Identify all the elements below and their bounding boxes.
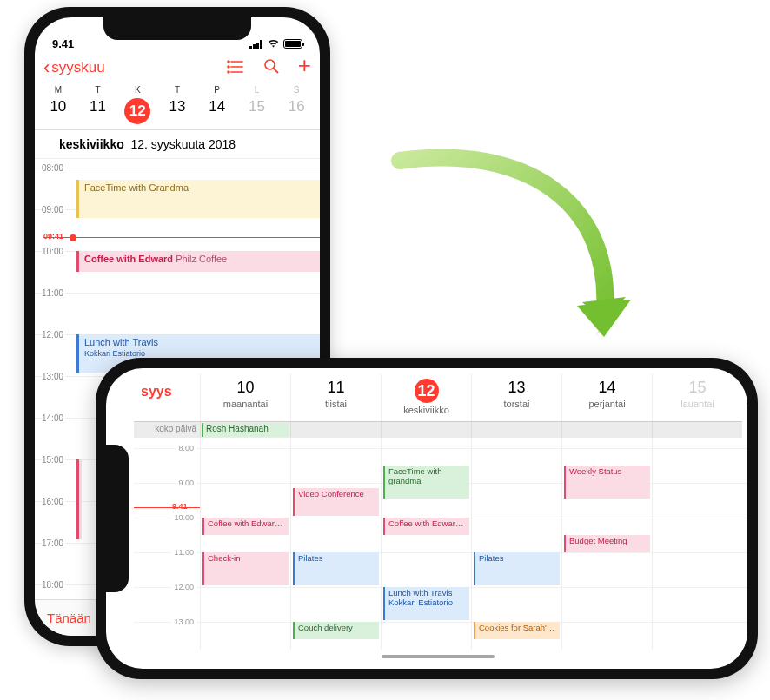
signal-icon (249, 40, 263, 49)
week-grid[interactable]: 8.00 9.00 10.00 11.00 12.00 13.00 9.41 C… (134, 438, 742, 650)
grid-col-tue: Video Conference Pilates Couch delivery (290, 438, 381, 650)
event-lunch[interactable]: Lunch with Travis Kokkari Estiatorio (383, 587, 469, 620)
hour-label: 18:00 (42, 580, 65, 590)
grid-col-mon: Coffee with Edwar… Check-in (200, 438, 290, 650)
allday-row: koko päivä Rosh Hashanah (134, 422, 742, 438)
hour-label: 13.00 (171, 617, 196, 626)
event[interactable]: Weekly Status (564, 466, 650, 499)
day-number[interactable]: 13 (157, 98, 197, 124)
week-header: syys 10maanantai 11tiistai 12keskiviikko… (134, 373, 742, 422)
time-column: 8.00 9.00 10.00 11.00 12.00 13.00 9.41 (134, 438, 200, 650)
now-indicator: 9.41 (134, 507, 200, 508)
event-location: Kokkari Estiatorio (388, 598, 453, 607)
weekday: P (197, 85, 237, 95)
event-coffee[interactable]: Coffee with Edward Philz Coffee (76, 251, 320, 272)
event-title: FaceTime with Grandma (84, 182, 189, 193)
now-indicator: 09:41 (43, 237, 320, 238)
list-icon[interactable] (227, 58, 244, 78)
add-icon[interactable]: + (298, 58, 311, 78)
event[interactable]: Coffee with Edwar… (202, 518, 289, 535)
search-icon[interactable] (263, 58, 279, 78)
svg-point-4 (228, 66, 229, 68)
event[interactable]: Pilates (474, 552, 560, 585)
day-number-today[interactable]: 12 (124, 98, 150, 124)
weekday: T (78, 85, 118, 95)
hour-label: 17:00 (42, 538, 65, 548)
hour-label: 10:00 (42, 247, 65, 256)
event-facetime[interactable]: FaceTime with Grandma (76, 180, 320, 218)
nav-bar: ‹ syyskuu + (35, 52, 320, 85)
day-col[interactable]: 15lauantai (652, 373, 742, 421)
event[interactable]: Cookies for Sarah'… (474, 622, 560, 639)
day-col-today[interactable]: 12keskiviikko (381, 373, 471, 421)
svg-line-7 (274, 69, 278, 73)
date-rest: 12. syyskuuta 2018 (131, 137, 236, 151)
hour-label: 12.00 (171, 583, 196, 591)
weekday: T (157, 85, 197, 95)
now-time: 09:41 (43, 232, 63, 241)
battery-icon (283, 39, 302, 49)
status-bar: 9.41 (35, 17, 320, 52)
day-col[interactable]: 10maanantai (200, 373, 290, 421)
date-weekday: keskiviikko (59, 137, 124, 151)
event-stripe[interactable] (76, 459, 82, 539)
date-label: keskiviikko 12. syyskuuta 2018 (35, 130, 320, 159)
hour-label: 12:00 (42, 330, 65, 340)
weekday: K (117, 85, 157, 95)
event-location: Philz Coffee (176, 254, 227, 264)
hour-label: 08:00 (42, 163, 65, 173)
day-number[interactable]: 16 (276, 98, 316, 124)
event[interactable]: Coffee with Edwar… (383, 518, 469, 535)
back-button[interactable]: ‹ syyskuu (43, 59, 105, 76)
event[interactable]: FaceTime with grandma (383, 466, 469, 499)
rotate-arrow-icon (382, 148, 643, 373)
weekday: M (38, 85, 78, 95)
svg-marker-8 (577, 300, 631, 337)
hour-label: 9.00 (176, 479, 196, 487)
weekday: L (237, 85, 277, 95)
weekday-header: M T K T P L S (35, 85, 320, 95)
event[interactable]: Couch delivery (293, 622, 379, 639)
notch (106, 445, 129, 592)
svg-point-3 (228, 61, 229, 63)
day-col[interactable]: 11tiistai (290, 373, 381, 421)
hour-label: 14:00 (42, 413, 65, 423)
back-label: syyskuu (51, 59, 104, 76)
allday-label: koko päivä (134, 422, 200, 438)
hour-label: 13:00 (42, 372, 65, 381)
hour-label: 8.00 (176, 444, 196, 452)
day-number[interactable]: 11 (78, 98, 118, 124)
svg-point-6 (265, 60, 275, 69)
wifi-icon (267, 37, 280, 50)
grid-col-wed: FaceTime with grandma Coffee with Edwar…… (381, 438, 471, 650)
status-time: 9.41 (52, 37, 74, 50)
day-number[interactable]: 14 (197, 98, 237, 124)
grid-col-sat (652, 438, 742, 650)
svg-point-5 (228, 71, 229, 73)
day-col[interactable]: 14perjantai (561, 373, 652, 421)
month-button[interactable]: syys (134, 373, 200, 421)
allday-event[interactable]: Rosh Hashanah (202, 423, 289, 437)
day-number[interactable]: 10 (38, 98, 78, 124)
day-col[interactable]: 13torstai (471, 373, 561, 421)
hour-label: 16:00 (42, 497, 65, 506)
event[interactable]: Video Conference (293, 488, 379, 516)
day-number[interactable]: 15 (237, 98, 277, 124)
weekday: S (276, 85, 316, 95)
event[interactable]: Pilates (293, 552, 379, 585)
day-numbers: 10 11 12 13 14 15 16 (35, 95, 320, 130)
grid-col-thu: Pilates Cookies for Sarah'… (471, 438, 561, 650)
event[interactable]: Budget Meeting (564, 535, 650, 552)
landscape-screen: syys 10maanantai 11tiistai 12keskiviikko… (106, 368, 747, 669)
hour-label: 11:00 (42, 288, 65, 298)
event-title: Lunch with Travis (84, 337, 158, 347)
hour-label: 09:00 (42, 205, 65, 215)
now-time: 9.41 (172, 502, 188, 511)
event-title: Coffee with Edward (84, 254, 173, 264)
hour-label: 15:00 (42, 455, 65, 465)
grid-col-fri: Weekly Status Budget Meeting (561, 438, 652, 650)
home-indicator[interactable] (382, 655, 495, 658)
event[interactable]: Check-in (202, 552, 289, 585)
hour-label: 11.00 (171, 548, 196, 557)
today-button[interactable]: Tänään (47, 611, 91, 625)
